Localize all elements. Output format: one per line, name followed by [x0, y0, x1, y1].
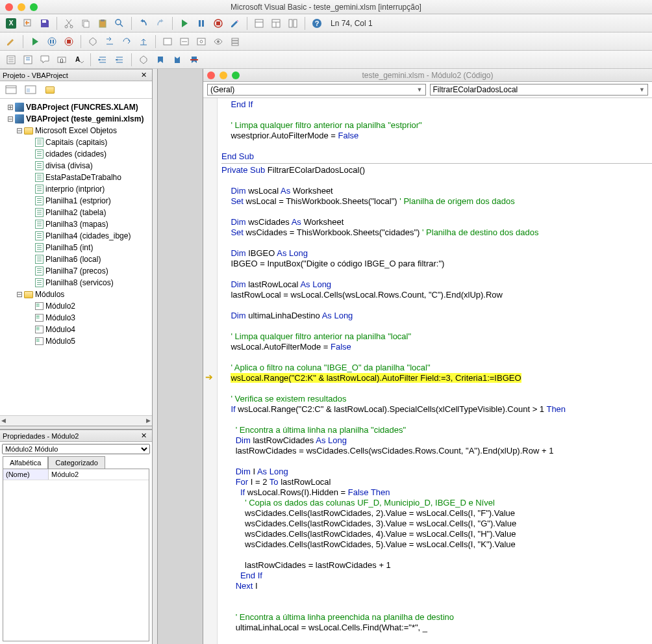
view-code-icon[interactable] — [4, 84, 18, 96]
save-icon[interactable] — [38, 16, 52, 31]
quick-watch-icon[interactable] — [211, 34, 225, 49]
tree-item[interactable]: Capitais (capitais) — [1, 136, 151, 148]
svg-rect-29 — [232, 38, 238, 40]
project-panel-title: Projeto - VBAProject ✕ — [0, 69, 152, 81]
find-icon[interactable] — [112, 16, 127, 31]
tree-item[interactable]: Planilha3 (mapas) — [1, 218, 151, 230]
immediate-window-icon[interactable] — [177, 34, 192, 49]
tree-item[interactable]: EstaPastaDeTrabalho — [1, 172, 151, 183]
project-tree[interactable]: ⊞VBAProject (FUNCRES.XLAM)⊟VBAProject (t… — [0, 99, 152, 415]
chevron-down-icon: ▼ — [417, 86, 423, 93]
tree-item[interactable]: Planilha5 (int) — [1, 242, 151, 253]
tree-item[interactable]: Módulo5 — [1, 335, 151, 347]
tree-item[interactable]: divisa (divisa) — [1, 160, 151, 172]
indent-icon[interactable] — [95, 53, 110, 67]
run-icon[interactable] — [177, 16, 192, 31]
tab-alphabetic[interactable]: Alfabética — [3, 456, 48, 469]
object-browser-icon[interactable] — [286, 16, 300, 31]
tree-item[interactable]: Módulo2 — [1, 300, 151, 312]
next-bookmark-icon[interactable] — [153, 53, 168, 67]
locals-window-icon[interactable] — [160, 34, 175, 49]
list-properties-icon[interactable] — [4, 53, 18, 67]
tree-item[interactable]: Módulo4 — [1, 324, 151, 335]
call-stack-icon[interactable] — [228, 34, 242, 49]
tree-item[interactable]: ⊟VBAProject (teste_gemini.xlsm) — [1, 113, 151, 125]
toggle-breakpoint-icon[interactable] — [86, 34, 100, 49]
toolbar-debug — [0, 32, 652, 51]
svg-rect-12 — [216, 21, 220, 25]
svg-rect-37 — [6, 86, 16, 94]
toggle-folders-icon[interactable] — [43, 84, 57, 96]
tree-item[interactable]: ⊟Microsoft Excel Objetos — [1, 125, 151, 136]
mdi-background — [158, 69, 203, 644]
redo-icon[interactable] — [153, 16, 168, 31]
close-window-icon[interactable] — [5, 3, 13, 11]
design-mode-icon[interactable] — [228, 16, 242, 31]
excel-icon[interactable]: X — [4, 16, 18, 31]
reset-icon[interactable] — [211, 16, 225, 31]
watch-window-icon[interactable] — [194, 34, 208, 49]
zoom-window-icon[interactable] — [30, 3, 38, 11]
step-into-icon[interactable] — [103, 34, 117, 49]
properties-object-select[interactable]: Módulo2 Módulo — [2, 444, 150, 454]
code-window-titlebar: teste_gemini.xlsm - Módulo2 (Código) — [203, 69, 652, 82]
tree-item[interactable]: cidades (cidades) — [1, 148, 151, 160]
tree-item[interactable]: Planilha8 (servicos) — [1, 277, 151, 289]
properties-window-icon[interactable] — [269, 16, 283, 31]
clear-bookmarks-icon[interactable] — [187, 53, 201, 67]
paste-icon[interactable] — [95, 16, 110, 31]
view-object-icon[interactable] — [23, 84, 38, 96]
svg-rect-9 — [199, 20, 201, 27]
copy-icon[interactable] — [79, 16, 93, 31]
procedure-dropdown-value: FiltrarEColarDadosLocal — [433, 85, 518, 94]
step-out-icon[interactable] — [136, 34, 151, 49]
svg-rect-15 — [289, 19, 292, 27]
run-sub-icon[interactable] — [28, 34, 42, 49]
prev-bookmark-icon[interactable] — [170, 53, 184, 67]
step-over-icon[interactable] — [119, 34, 134, 49]
horizontal-scrollbar[interactable] — [0, 415, 152, 426]
project-explorer-icon[interactable] — [252, 16, 266, 31]
left-gutter[interactable] — [153, 69, 158, 644]
code-editor[interactable]: End If ' Limpa qualquer filtro anterior … — [218, 98, 652, 644]
break-icon[interactable] — [194, 16, 208, 31]
property-row[interactable]: (Nome)Módulo2 — [3, 469, 149, 480]
tree-item[interactable]: Planilha6 (local) — [1, 253, 151, 265]
svg-rect-5 — [84, 21, 89, 27]
tree-item[interactable]: Módulo3 — [1, 312, 151, 324]
cut-icon[interactable] — [62, 16, 76, 31]
compile-icon[interactable] — [4, 34, 18, 49]
tree-item[interactable]: Planilha2 (tabela) — [1, 207, 151, 218]
complete-word-icon[interactable]: A — [71, 53, 86, 67]
code-gutter[interactable]: ➔ — [203, 98, 218, 644]
pause-icon[interactable] — [45, 34, 59, 49]
quick-info-icon[interactable] — [38, 53, 52, 67]
parameter-info-icon[interactable]: () — [55, 53, 69, 67]
tree-item[interactable]: ⊞VBAProject (FUNCRES.XLAM) — [1, 101, 151, 113]
stop-icon[interactable] — [62, 34, 76, 49]
tree-item[interactable]: Planilha1 (estprior) — [1, 195, 151, 207]
properties-grid[interactable]: (Nome)Módulo2 — [3, 469, 149, 641]
toolbar-main: X ? Ln 74, Col 1 — [0, 14, 652, 32]
procedure-dropdown[interactable]: FiltrarEColarDadosLocal ▼ — [430, 84, 649, 96]
object-dropdown[interactable]: (Geral) ▼ — [207, 84, 426, 96]
tree-item[interactable]: ⊟Módulos — [1, 289, 151, 300]
list-constants-icon[interactable] — [21, 53, 35, 67]
toggle-bookmark-icon[interactable] — [136, 53, 151, 67]
minimize-window-icon[interactable] — [18, 3, 25, 11]
tree-item[interactable]: Planilha7 (precos) — [1, 265, 151, 277]
close-icon[interactable]: ✕ — [138, 71, 149, 79]
outdent-icon[interactable] — [112, 53, 127, 67]
tree-item[interactable]: interprio (intprior) — [1, 183, 151, 195]
tree-item[interactable]: Planilha4 (cidades_ibge) — [1, 230, 151, 242]
help-icon[interactable]: ? — [310, 16, 324, 31]
execution-pointer-icon: ➔ — [205, 372, 213, 382]
properties-panel-title-label: Propriedades - Módulo2 — [3, 432, 79, 440]
undo-icon[interactable] — [136, 16, 151, 31]
svg-text:A: A — [75, 56, 80, 63]
close-icon[interactable]: ✕ — [138, 431, 149, 440]
svg-rect-26 — [197, 38, 205, 45]
tab-categorized[interactable]: Categorizado — [48, 456, 105, 469]
insert-icon[interactable] — [21, 16, 35, 31]
project-panel-title-label: Projeto - VBAProject — [3, 71, 68, 79]
